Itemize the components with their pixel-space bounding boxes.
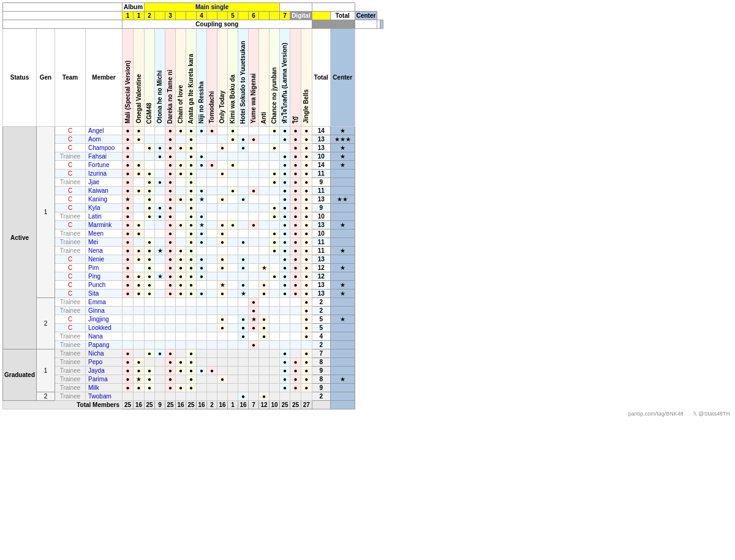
song-cell <box>280 324 290 332</box>
song-cell <box>217 367 228 375</box>
song-cell: ● <box>123 272 134 281</box>
song-cell <box>217 349 228 358</box>
table-row: CJingjing●●★●●5★ <box>3 315 383 324</box>
song-cell <box>270 349 280 358</box>
total-cell: 11 <box>312 247 330 255</box>
song-cell <box>290 349 301 358</box>
song-cell <box>228 341 238 349</box>
song-cell <box>176 349 186 358</box>
team-cell: C <box>55 195 86 204</box>
song-cell: ● <box>123 367 134 375</box>
song-cell <box>197 324 207 332</box>
song-cell: ● <box>176 195 186 204</box>
num-6b: 6 <box>249 12 259 20</box>
song-cell <box>176 152 186 161</box>
song-cell <box>207 307 217 315</box>
song-cell <box>270 315 280 324</box>
total-cell: 5 <box>312 315 330 324</box>
song-cell <box>134 212 145 221</box>
song-cell: ● <box>301 195 312 204</box>
col-status: Status <box>3 29 37 127</box>
song-cell: ● <box>217 170 228 178</box>
song-cell <box>228 332 238 341</box>
member-name-cell: Milk <box>86 384 123 392</box>
song-cell: ● <box>165 221 176 230</box>
song-cell <box>197 332 207 341</box>
song-cell: ● <box>186 178 197 187</box>
song-cell <box>238 221 249 230</box>
song-dareka-label: Dareka no Tame ni <box>167 70 174 124</box>
song-cell <box>155 281 165 289</box>
song-cell: ● <box>123 144 134 152</box>
song-cell <box>228 272 238 281</box>
song-cell <box>238 384 249 392</box>
total-cell: 11 <box>312 187 330 195</box>
song-cell: ● <box>123 349 134 358</box>
song-otona: Otona he no Michi <box>155 29 165 127</box>
song-cell: ● <box>186 289 197 298</box>
song-cell <box>280 144 290 152</box>
song-cell <box>249 238 259 247</box>
song-cell: ★ <box>197 221 207 230</box>
song-cell <box>259 230 270 238</box>
song-cell: ● <box>290 272 301 281</box>
song-cell <box>207 272 217 281</box>
total-cell: 2 <box>312 392 330 401</box>
col-team: Team <box>55 29 86 127</box>
song-cell: ● <box>197 367 207 375</box>
song-cell <box>228 307 238 315</box>
member-name-cell: Punch <box>86 281 123 289</box>
total-cell: 12 <box>312 272 330 281</box>
total-cell: 13 <box>312 135 330 144</box>
song-cell <box>134 195 145 204</box>
member-name-cell: Kaning <box>86 195 123 204</box>
song-cell: ● <box>290 135 301 144</box>
song-cell: ● <box>155 152 165 161</box>
song-cell: ● <box>176 170 186 178</box>
song-cell <box>217 135 228 144</box>
song-cell <box>207 195 217 204</box>
song-cell: ● <box>123 204 134 212</box>
song-cell <box>259 170 270 178</box>
song-cell <box>207 375 217 384</box>
song-cell: ● <box>290 144 301 152</box>
member-name-cell: Marmink <box>86 221 123 230</box>
song-cell: ● <box>145 204 155 212</box>
song-cell <box>155 127 165 135</box>
song-cell: ● <box>301 281 312 289</box>
song-cell <box>155 170 165 178</box>
song-cell: ● <box>290 127 301 135</box>
song-cell: ● <box>259 332 270 341</box>
song-cell <box>228 298 238 307</box>
song-cell: ● <box>134 247 145 255</box>
song-cell: ● <box>280 161 290 170</box>
song-cell <box>270 221 280 230</box>
song-cell: ★ <box>259 264 270 272</box>
song-anata: Anata ga Ite Kureta kara <box>186 29 197 127</box>
song-cell <box>207 178 217 187</box>
song-cell <box>228 204 238 212</box>
total-cell: 13 <box>312 281 330 289</box>
song-cell <box>228 178 238 187</box>
song-cell <box>249 264 259 272</box>
song-cell: ● <box>186 127 197 135</box>
song-cell: ● <box>165 127 176 135</box>
team-cell: C <box>55 135 86 144</box>
song-cell: ● <box>270 204 280 212</box>
song-cell: ● <box>280 127 290 135</box>
song-cell <box>155 307 165 315</box>
song-cell: ● <box>145 384 155 392</box>
song-cell <box>249 152 259 161</box>
table-row: CKaiwan●●●●●●●●●●●11 <box>3 187 383 195</box>
song-cell <box>197 384 207 392</box>
song-cell <box>217 384 228 392</box>
song-cell: ● <box>134 221 145 230</box>
num-2: 2 <box>145 12 155 20</box>
table-row: TraineeMilk●●●●●●●●●9 <box>3 384 383 392</box>
num-1a: 1 <box>123 12 134 20</box>
song-cell: ● <box>301 264 312 272</box>
song-cell <box>290 315 301 324</box>
song-cell <box>238 152 249 161</box>
song-cell <box>145 152 155 161</box>
song-cell: ● <box>280 255 290 264</box>
